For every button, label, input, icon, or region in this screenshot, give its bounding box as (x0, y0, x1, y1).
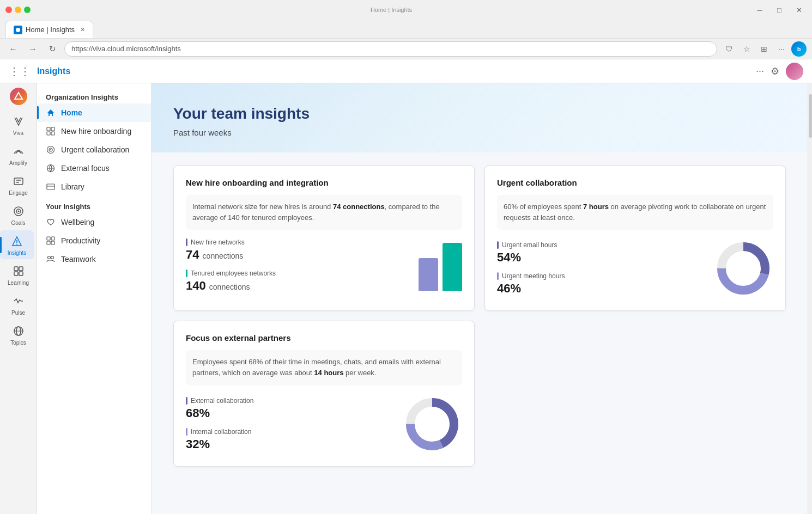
close-window-button[interactable] (5, 7, 12, 13)
external-focus-icon (46, 163, 56, 173)
wellbeing-nav-label: Wellbeing (61, 218, 94, 227)
tab-title-label: Home | Insights (26, 26, 75, 34)
metric-value-74: 74 connections (186, 248, 410, 262)
svg-rect-31 (47, 241, 50, 244)
scrollbar-thumb[interactable] (809, 94, 812, 138)
library-nav-label: Library (61, 182, 84, 191)
svg-point-24 (50, 149, 51, 150)
nav-item-library[interactable]: Library (37, 178, 151, 196)
forward-button[interactable]: → (25, 41, 40, 57)
scrollbar-track[interactable] (808, 83, 812, 514)
metric-dot-urgent-email (497, 241, 499, 249)
maximize-window-button[interactable] (24, 7, 31, 13)
app-logo[interactable] (10, 88, 27, 105)
topics-label: Topics (10, 340, 26, 346)
bar-new-hire (419, 258, 438, 291)
metric-dot-urgent-meeting (497, 272, 499, 280)
library-icon (46, 182, 56, 192)
metric-urgent-email: Urgent email hours 54% (497, 241, 705, 265)
svg-rect-27 (47, 184, 54, 189)
svg-point-33 (48, 256, 51, 259)
nav-item-new-hire[interactable]: New hire onboarding (37, 122, 151, 140)
active-tab[interactable]: Home | Insights ✕ (5, 21, 93, 38)
metric-value-54: 54% (497, 250, 705, 265)
sidebar-item-pulse[interactable]: Pulse (2, 290, 35, 319)
browser-traffic-lights (5, 7, 31, 13)
new-hire-metrics-col: New hire networks 74 connections Tenured… (186, 238, 410, 293)
sidebar-item-topics[interactable]: Topics (2, 320, 35, 349)
teamwork-nav-label: Teamwork (61, 255, 96, 264)
metric-value-32: 32% (186, 437, 393, 451)
insights-icon (9, 234, 25, 249)
topbar-more-button[interactable]: ··· (756, 65, 764, 77)
nav-item-external-focus[interactable]: External focus (37, 159, 151, 178)
svg-rect-14 (19, 272, 23, 276)
metric-internal-collab: Internal collaboration 32% (186, 428, 393, 451)
avatar[interactable] (786, 63, 803, 80)
browser-shield-icon[interactable]: 🛡 (722, 41, 737, 57)
svg-rect-32 (51, 241, 54, 244)
nav-item-urgent-collab[interactable]: Urgent collaboration (37, 140, 151, 159)
browser-titlebar: Home | Insights ─ □ ✕ (0, 0, 812, 20)
bar-tenured (443, 243, 462, 291)
learning-icon (11, 264, 26, 279)
cards-grid: New hire onboarding and integration Inte… (152, 152, 808, 480)
urgent-collab-nav-label: Urgent collaboration (61, 145, 129, 154)
new-hire-icon (46, 126, 56, 136)
window-restore-btn[interactable]: □ (772, 2, 787, 17)
sidebar-item-insights[interactable]: Insights (0, 230, 34, 259)
urgent-metrics-col: Urgent email hours 54% Urgent meeting ho… (497, 241, 705, 296)
bar-chart (419, 243, 462, 293)
left-nav-panel: Organization Insights Home New hire onbo… (37, 83, 152, 514)
settings-button[interactable]: ⚙ (771, 65, 779, 77)
nav-item-teamwork[interactable]: Teamwork (37, 250, 151, 268)
svg-rect-21 (51, 132, 54, 135)
nav-item-productivity[interactable]: Productivity (37, 231, 151, 250)
card-external-title: Focus on external partners (186, 333, 462, 342)
main-content: Your team insights Past four weeks New h… (152, 83, 808, 514)
donut-chart-urgent (713, 238, 773, 298)
sidebar-item-viva[interactable]: Viva (2, 111, 35, 139)
metric-label-new-hire: New hire networks (186, 238, 410, 246)
card-external-metrics: External collaboration 68% Internal coll… (186, 394, 462, 454)
svg-point-10 (16, 244, 17, 245)
nav-item-wellbeing[interactable]: Wellbeing (37, 213, 151, 231)
card-new-hire-title: New hire onboarding and integration (186, 178, 462, 187)
waffle-menu-icon[interactable]: ⋮⋮ (9, 65, 31, 78)
svg-rect-13 (14, 272, 18, 276)
browser-menu-icon[interactable]: ··· (774, 41, 789, 57)
address-bar[interactable]: https://viva.cloud.microsoft/insights (64, 41, 717, 57)
svg-rect-2 (14, 178, 23, 185)
svg-point-7 (17, 211, 19, 212)
svg-rect-11 (14, 267, 18, 271)
collections-icon[interactable]: ⊞ (756, 41, 772, 57)
bing-button[interactable]: b (791, 41, 807, 57)
window-minimize-btn[interactable]: ─ (752, 2, 767, 17)
home-icon (46, 108, 56, 118)
sidebar-item-amplify[interactable]: Amplify (2, 140, 35, 169)
minimize-window-button[interactable] (15, 7, 21, 13)
back-button[interactable]: ← (5, 41, 21, 57)
refresh-button[interactable]: ↻ (45, 41, 60, 57)
metric-label-tenured: Tenured employees networks (186, 270, 410, 277)
url-text: https://viva.cloud.microsoft/insights (71, 45, 181, 53)
metric-dot-teal (186, 270, 187, 277)
sidebar-item-goals[interactable]: Goals (2, 200, 35, 229)
learning-label: Learning (8, 280, 29, 286)
sidebar-item-learning[interactable]: Learning (2, 260, 35, 289)
svg-rect-12 (19, 267, 23, 271)
window-title-label: Home | Insights (371, 7, 412, 13)
favorites-icon[interactable]: ☆ (739, 41, 754, 57)
topics-icon (11, 323, 26, 339)
tab-close-icon[interactable]: ✕ (80, 26, 85, 33)
metric-value-68: 68% (186, 406, 393, 420)
amplify-label: Amplify (9, 160, 27, 166)
teamwork-icon (46, 254, 56, 264)
sidebar-item-engage[interactable]: Engage (2, 170, 35, 199)
metric-dot-purple (186, 238, 187, 246)
nav-item-home[interactable]: Home (37, 103, 151, 122)
sidebar-item-insights-container: Insights (0, 230, 37, 259)
window-close-btn[interactable]: ✕ (791, 2, 807, 17)
tab-favicon (14, 26, 22, 34)
insights-label: Insights (8, 250, 26, 256)
